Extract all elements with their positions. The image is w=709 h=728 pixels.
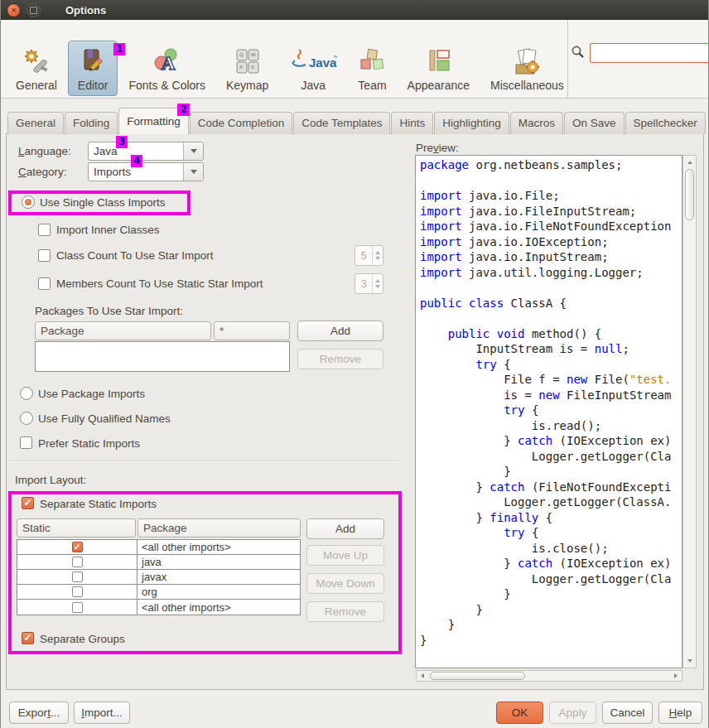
chevron-down-icon[interactable]	[183, 163, 203, 181]
code-line	[420, 311, 682, 326]
category-combobox[interactable]: Imports	[88, 162, 204, 181]
star-import-add-button[interactable]: Add	[297, 321, 383, 341]
category-label: Miscellaneous	[490, 79, 564, 92]
use-single-class-imports-label: Use Single Class Imports	[40, 196, 166, 209]
use-single-class-imports-radio[interactable]	[22, 195, 35, 209]
use-fully-qualified-names-radio[interactable]	[20, 412, 33, 425]
horizontal-scroll-thumb[interactable]	[430, 672, 525, 680]
export-button[interactable]: Export...	[9, 701, 69, 724]
static-checkbox[interactable]	[72, 557, 83, 567]
category-team[interactable]: Team	[348, 41, 396, 96]
category-appearance[interactable]: Appearance	[398, 41, 480, 96]
import-layout-row[interactable]: <all other imports>	[17, 540, 300, 555]
tab-code-completion[interactable]: Code Completion	[190, 112, 292, 134]
category-label: Team	[358, 79, 386, 92]
preview-vertical-scrollbar[interactable]	[682, 155, 697, 668]
code-line: } finally {	[420, 510, 682, 526]
static-cell	[17, 585, 137, 599]
java-cup-icon: Java™	[289, 46, 337, 76]
layout-static-column-header[interactable]: Static	[17, 518, 136, 538]
category-editor[interactable]: Editor1	[68, 41, 118, 96]
tab-macros[interactable]: Macros	[510, 112, 563, 134]
tab-on-save[interactable]: On Save	[564, 112, 625, 134]
code-line: public void method() {	[420, 326, 682, 342]
use-package-imports-radio[interactable]	[20, 387, 33, 400]
code-line: is = new FileInputStream	[420, 388, 682, 403]
package-cell[interactable]: <all other imports>	[137, 600, 300, 615]
import-layout-row[interactable]: java	[17, 555, 300, 570]
tab-formatting[interactable]: Formatting2	[118, 108, 189, 134]
code-line: }	[420, 602, 682, 618]
package-cell[interactable]: javax	[137, 570, 300, 584]
category-label: Java	[301, 79, 326, 92]
star-import-table[interactable]	[35, 341, 290, 372]
scroll-down-icon[interactable]	[683, 654, 696, 667]
static-checkbox[interactable]	[72, 542, 83, 552]
category-miscellaneous[interactable]: Miscellaneous	[480, 41, 574, 96]
tab-folding[interactable]: Folding	[65, 112, 118, 134]
maximize-window-icon[interactable]	[27, 3, 41, 17]
static-checkbox[interactable]	[72, 602, 83, 613]
import-inner-classes-checkbox[interactable]	[38, 224, 51, 236]
package-cell[interactable]: <all other imports>	[137, 540, 300, 554]
tab-code-templates[interactable]: Code Templates	[293, 112, 390, 134]
star-import-remove-button: Remove	[297, 349, 383, 369]
category-java[interactable]: Java™Java	[279, 41, 347, 96]
appearance-layout-icon	[424, 46, 452, 76]
package-cell[interactable]: java	[137, 555, 300, 569]
category-items: GeneralEditor1AFonts & ColorsQWASKeymapJ…	[6, 23, 575, 96]
scroll-left-icon[interactable]	[417, 672, 427, 680]
annotation-badge-2: 2	[177, 104, 189, 116]
import-inner-classes-label: Import Inner Classes	[56, 224, 160, 236]
ok-button[interactable]: OK	[496, 701, 543, 724]
code-line: try {	[420, 403, 682, 418]
prefer-static-imports-checkbox[interactable]	[20, 436, 32, 449]
help-button[interactable]: Help	[658, 701, 702, 724]
vertical-scroll-thumb[interactable]	[685, 169, 694, 220]
svg-text:Q: Q	[239, 52, 244, 57]
chevron-down-icon[interactable]	[183, 142, 203, 160]
language-combobox[interactable]: Java	[88, 142, 204, 161]
static-checkbox[interactable]	[72, 586, 83, 597]
import-layout-table[interactable]: <all other imports>javajavaxorg<all othe…	[17, 539, 301, 615]
members-count-checkbox[interactable]	[38, 277, 51, 290]
star-import-asterisk-column-header[interactable]: *	[214, 321, 290, 340]
tab-general[interactable]: General	[7, 112, 64, 134]
cancel-button[interactable]: Cancel	[602, 701, 653, 724]
tab-highlighting[interactable]: Highlighting	[434, 112, 509, 134]
svg-text:A: A	[239, 65, 243, 70]
import-layout-row[interactable]: org	[17, 585, 300, 600]
tab-hints[interactable]: Hints	[391, 112, 433, 134]
star-import-package-column-header[interactable]: Package	[35, 321, 211, 340]
category-fonts-colors[interactable]: AFonts & Colors	[118, 41, 215, 96]
layout-add-button[interactable]: Add	[306, 518, 384, 539]
import-layout-row[interactable]: <all other imports>	[17, 600, 300, 615]
close-window-icon[interactable]: ×	[7, 3, 21, 17]
preview-code-area[interactable]: package org.netbeans.samples; import jav…	[415, 155, 682, 668]
category-label: Keymap	[226, 79, 268, 92]
class-count-checkbox[interactable]	[38, 249, 51, 262]
tab-spellchecker[interactable]: Spellchecker	[625, 112, 706, 134]
category-keymap[interactable]: QWASKeymap	[216, 41, 278, 96]
code-line	[420, 173, 682, 189]
scroll-up-icon[interactable]	[683, 156, 696, 168]
preview-horizontal-scrollbar[interactable]	[416, 670, 682, 682]
separate-static-imports-label: Separate Static Imports	[40, 498, 157, 510]
separate-static-imports-checkbox[interactable]	[22, 497, 34, 509]
separate-groups-checkbox[interactable]	[22, 632, 34, 644]
class-count-spinner: 5	[354, 245, 383, 266]
code-line: is.close();	[420, 541, 682, 557]
import-layout-row[interactable]: javax	[17, 570, 300, 585]
code-line: Logger.getLogger(Cla	[420, 571, 682, 587]
search-input[interactable]	[590, 43, 709, 63]
static-cell	[17, 570, 137, 584]
separator-line	[10, 460, 401, 462]
import-layout-label: Import Layout:	[15, 474, 86, 486]
preview-label: Preview:	[416, 142, 459, 154]
layout-package-column-header[interactable]: Package	[137, 518, 301, 538]
category-general[interactable]: General	[6, 41, 67, 96]
scroll-right-icon[interactable]	[671, 672, 681, 680]
static-checkbox[interactable]	[72, 571, 83, 582]
package-cell[interactable]: org	[137, 585, 300, 599]
import-button[interactable]: Import...	[74, 701, 130, 724]
